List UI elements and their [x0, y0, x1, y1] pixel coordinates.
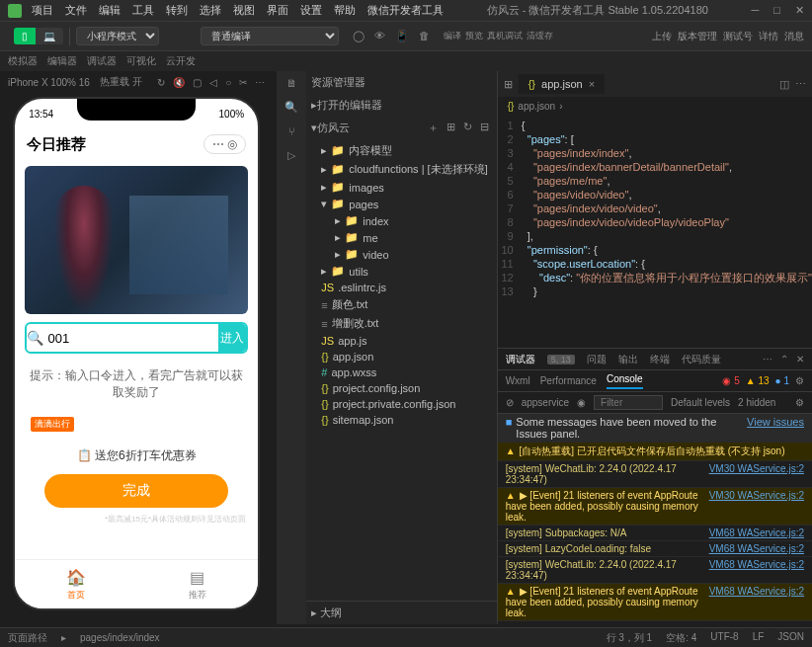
sec-tab-调试器[interactable]: 调试器	[87, 54, 117, 68]
breadcrumb[interactable]: {} app.json ›	[498, 97, 812, 115]
eye-icon[interactable]: ◉	[577, 397, 586, 408]
toolbar-版本管理[interactable]: 版本管理	[678, 30, 717, 43]
clear-icon[interactable]: ⊘	[506, 397, 514, 408]
menu-工具[interactable]: 工具	[132, 3, 154, 18]
log-source-link[interactable]: VM68 WAService.js:2	[709, 623, 804, 624]
maximize-icon[interactable]: □	[773, 4, 780, 17]
context-select[interactable]: appservice	[522, 397, 569, 408]
log-source-link[interactable]: VM68 WAService.js:2	[709, 527, 804, 538]
new-folder-icon[interactable]: ⊞	[447, 121, 455, 135]
tree-item[interactable]: {} project.private.config.json	[303, 396, 496, 412]
gear-icon[interactable]: ⚙	[795, 397, 804, 408]
tablet-button[interactable]: 💻	[36, 28, 63, 44]
menu-文件[interactable]: 文件	[65, 3, 87, 18]
more-icon[interactable]: ⋯	[795, 78, 806, 91]
tree-item[interactable]: JS .eslintrc.js	[303, 280, 496, 295]
git-icon[interactable]: ⑂	[288, 125, 295, 137]
menu-微信开发者工具[interactable]: 微信开发者工具	[367, 3, 444, 18]
console-ctrl-icon[interactable]: ⋯	[763, 354, 772, 364]
home-icon[interactable]: ○	[225, 77, 231, 88]
status-item[interactable]: 行 3，列 1	[607, 631, 653, 645]
refresh-icon[interactable]: ↻	[463, 121, 472, 135]
tree-item[interactable]: ≡ 颜色.txt	[303, 295, 496, 314]
view-issues-link[interactable]: View issues	[747, 416, 804, 440]
info-count[interactable]: ● 1	[775, 375, 789, 386]
tree-item[interactable]: ▸ 📁 index	[303, 212, 496, 229]
rotate-icon[interactable]: ↻	[157, 77, 165, 88]
close-icon[interactable]: ✕	[795, 4, 804, 17]
hidden-count[interactable]: 2 hidden	[738, 397, 775, 408]
console-tab-调试器[interactable]: 调试器	[506, 353, 535, 366]
compile-select[interactable]: 普通编译	[201, 27, 339, 45]
mute-icon[interactable]: 🔇	[173, 77, 185, 88]
code-area[interactable]: 1{2 "pages": [3 "pages/index/index",4 "p…	[498, 115, 812, 348]
tree-item[interactable]: ▸ 📁 images	[303, 179, 496, 196]
toolbar-action-真机调试[interactable]: 📱	[395, 30, 409, 42]
debug-icon[interactable]: ▷	[287, 149, 295, 162]
tab-recommend[interactable]: ▤推荐	[136, 560, 258, 608]
toolbar-action-预览[interactable]: 👁	[374, 30, 385, 42]
menu-编辑[interactable]: 编辑	[99, 3, 121, 18]
back-icon[interactable]: ◁	[209, 77, 217, 88]
tree-item[interactable]: ▾ 📁 pages	[303, 196, 496, 212]
new-file-icon[interactable]: ＋	[428, 121, 439, 135]
code-input[interactable]	[44, 324, 218, 352]
status-path[interactable]: pages/index/index	[80, 632, 160, 643]
tree-item[interactable]: ▸ 📁 内容模型	[303, 141, 496, 160]
device-label[interactable]: iPhone X 100% 16	[8, 77, 90, 88]
levels-select[interactable]: Default levels	[671, 397, 730, 408]
hot-reload-label[interactable]: 热重载 开	[100, 75, 142, 89]
subtab-performance[interactable]: Performance	[540, 375, 597, 386]
more-icon[interactable]: ⋯	[255, 77, 265, 88]
menu-视图[interactable]: 视图	[233, 3, 255, 18]
phone-button[interactable]: ▯	[14, 28, 36, 44]
complete-button[interactable]: 完成	[44, 474, 228, 508]
sec-tab-云开发[interactable]: 云开发	[166, 54, 196, 68]
toolbar-消息[interactable]: 消息	[784, 30, 804, 43]
menu-项目[interactable]: 项目	[32, 3, 53, 18]
sec-tab-可视化[interactable]: 可视化	[126, 54, 156, 68]
status-item[interactable]: LF	[753, 631, 765, 645]
subtab-console[interactable]: Console	[607, 373, 643, 389]
minimize-icon[interactable]: ─	[752, 4, 760, 17]
console-ctrl-icon[interactable]: ✕	[796, 354, 804, 364]
toolbar-测试号[interactable]: 测试号	[723, 30, 753, 43]
tree-item[interactable]: JS app.js	[303, 333, 496, 349]
screenshot-icon[interactable]: ▢	[193, 77, 202, 88]
console-tab-终端[interactable]: 终端	[650, 353, 670, 366]
search-icon[interactable]: 🔍	[284, 101, 298, 114]
console-body[interactable]: ▲[自动热重载] 已开启代码文件保存后自动热重载 (不支持 json)[syst…	[498, 443, 812, 624]
log-source-link[interactable]: VM30 WAService.js:2	[709, 463, 804, 485]
subtab-wxml[interactable]: Wxml	[506, 375, 530, 386]
collapse-icon[interactable]: ⊟	[480, 121, 489, 135]
toolbar-action-清缓存[interactable]: 🗑	[419, 30, 430, 42]
log-source-link[interactable]: VM68 WAService.js:2	[709, 543, 804, 554]
menu-转到[interactable]: 转到	[166, 3, 188, 18]
cut-icon[interactable]: ✂	[239, 77, 247, 88]
settings-icon[interactable]: ⚙	[795, 375, 804, 386]
outline-section[interactable]: ▸ 大纲	[303, 601, 496, 624]
ad-box[interactable]: 滴滴出行	[25, 411, 248, 438]
enter-button[interactable]: 进入	[218, 324, 247, 352]
toolbar-上传[interactable]: 上传	[652, 30, 672, 43]
console-ctrl-icon[interactable]: ⌃	[780, 354, 788, 364]
console-tab-代码质量[interactable]: 代码质量	[682, 353, 721, 366]
mode-select[interactable]: 小程序模式	[76, 27, 159, 45]
menu-设置[interactable]: 设置	[300, 3, 322, 18]
log-source-link[interactable]: VM30 WAService.js:2	[709, 490, 804, 523]
tree-item[interactable]: {} sitemap.json	[303, 412, 496, 428]
open-editors[interactable]: ▸ 打开的编辑器	[303, 94, 496, 117]
editor-tab-active[interactable]: {} app.json ×	[519, 74, 605, 94]
toggle-panel-icon[interactable]: ⊞	[504, 78, 513, 91]
error-count[interactable]: ◉ 5	[722, 375, 739, 386]
explorer-icon[interactable]: 🗎	[286, 77, 297, 89]
tree-item[interactable]: {} app.json	[303, 349, 496, 364]
banner-image[interactable]	[25, 166, 248, 314]
log-source-link[interactable]: VM68 WAService.js:2	[709, 586, 804, 618]
close-tab-icon[interactable]: ×	[589, 78, 595, 90]
toolbar-action-编译[interactable]: ◯	[353, 30, 365, 42]
menu-界面[interactable]: 界面	[267, 3, 288, 18]
tree-item[interactable]: ▸ 📁 cloudfunctions | [未选择环境]	[303, 160, 496, 179]
toolbar-详情[interactable]: 详情	[759, 30, 778, 43]
log-source-link[interactable]: VM68 WAService.js:2	[709, 559, 804, 581]
